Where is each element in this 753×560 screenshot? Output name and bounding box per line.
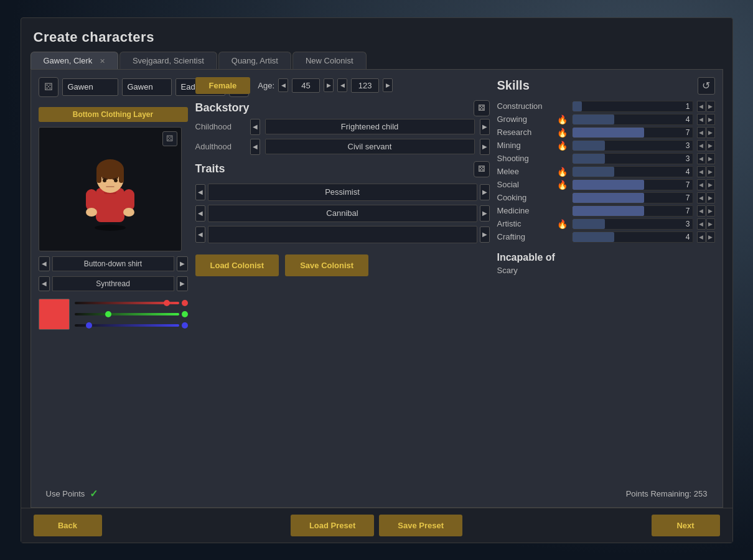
age-second-value: 123 — [351, 78, 379, 93]
trait-2-next[interactable]: ▶ — [480, 226, 490, 243]
clothing-material-next[interactable]: ▶ — [177, 276, 188, 291]
skill-decrease-5[interactable]: ◀ — [697, 166, 706, 177]
skill-increase-3[interactable]: ▶ — [706, 140, 715, 151]
skills-reset-button[interactable]: ↺ — [698, 77, 715, 95]
trait-0-next[interactable]: ▶ — [480, 184, 490, 200]
adulthood-next[interactable]: ▶ — [480, 139, 490, 155]
age-next[interactable]: ▶ — [324, 78, 334, 92]
blue-slider[interactable] — [75, 324, 179, 327]
use-points-checkmark: ✓ — [90, 488, 98, 500]
svg-point-0 — [95, 225, 126, 231]
adulthood-label: Adulthood — [195, 142, 245, 151]
skill-name-10: Crafting — [497, 232, 553, 241]
backstory-section: Backstory ⚄ Childhood ◀ Frightened child… — [195, 100, 490, 155]
adulthood-prev[interactable]: ◀ — [250, 139, 260, 155]
trait-1-next[interactable]: ▶ — [480, 205, 490, 222]
green-slider[interactable] — [75, 313, 179, 315]
clothing-material-display: Synthread — [52, 276, 174, 291]
skill-bar-10: 4 — [572, 231, 693, 243]
tab-gawen[interactable]: Gawen, Clerk ✕ — [30, 52, 118, 69]
skill-increase-1[interactable]: ▶ — [706, 114, 715, 125]
trait-2-prev[interactable]: ◀ — [195, 226, 205, 243]
tab-gawen-close[interactable]: ✕ — [100, 57, 105, 65]
skill-decrease-10[interactable]: ◀ — [697, 231, 706, 243]
trait-2-value — [208, 226, 477, 243]
skill-increase-6[interactable]: ▶ — [706, 179, 715, 190]
skill-bar-8: 7 — [572, 205, 693, 217]
first-name-input[interactable] — [62, 78, 118, 96]
skill-value-label-4: 3 — [686, 154, 690, 163]
skill-arrows-5: ◀▶ — [697, 166, 715, 177]
skill-decrease-0[interactable]: ◀ — [697, 101, 706, 112]
back-button[interactable]: Back — [34, 515, 102, 536]
skill-value-label-8: 7 — [686, 207, 690, 215]
age-prev[interactable]: ◀ — [278, 78, 288, 92]
skill-row-mining: Mining🔥3◀▶ — [497, 140, 715, 151]
skill-row-artistic: Artistic🔥3◀▶ — [497, 218, 715, 230]
skill-decrease-8[interactable]: ◀ — [697, 205, 706, 217]
main-content: ⚄ ⚄ Bottom Clothing Layer ⚄ — [39, 77, 715, 483]
skill-increase-0[interactable]: ▶ — [706, 101, 715, 112]
childhood-prev[interactable]: ◀ — [250, 119, 260, 135]
red-slider[interactable] — [75, 302, 179, 304]
skill-decrease-1[interactable]: ◀ — [697, 114, 706, 125]
skill-increase-4[interactable]: ▶ — [706, 153, 715, 164]
trait-0-prev[interactable]: ◀ — [195, 184, 205, 200]
left-panel: ⚄ ⚄ Bottom Clothing Layer ⚄ — [39, 77, 188, 483]
bottom-center-buttons: Load Preset Save Preset — [291, 515, 462, 536]
skill-decrease-7[interactable]: ◀ — [697, 192, 706, 203]
age2-prev[interactable]: ◀ — [337, 78, 347, 92]
tab-new-colonist[interactable]: New Colonist — [292, 52, 367, 69]
childhood-label: Childhood — [195, 122, 245, 131]
skill-decrease-4[interactable]: ◀ — [697, 153, 706, 164]
clothing-item-next[interactable]: ▶ — [177, 256, 188, 271]
skill-decrease-3[interactable]: ◀ — [697, 140, 706, 151]
skill-arrows-0: ◀▶ — [697, 101, 715, 112]
backstory-randomize[interactable]: ⚄ — [474, 100, 490, 116]
incapable-value: Scary — [497, 266, 715, 275]
skill-row-growing: Growing🔥4◀▶ — [497, 114, 715, 125]
clothing-item-prev[interactable]: ◀ — [39, 256, 50, 271]
skill-decrease-9[interactable]: ◀ — [697, 218, 706, 230]
randomize-appearance-button[interactable]: ⚄ — [39, 77, 58, 97]
skill-increase-5[interactable]: ▶ — [706, 166, 715, 177]
tab-quang[interactable]: Quang, Artist — [218, 52, 291, 69]
skill-increase-10[interactable]: ▶ — [706, 231, 715, 243]
avatar-randomize-button[interactable]: ⚄ — [162, 131, 177, 146]
skill-arrows-9: ◀▶ — [697, 218, 715, 230]
skill-icon-9: 🔥 — [557, 219, 568, 229]
traits-randomize[interactable]: ⚄ — [474, 161, 490, 177]
skill-increase-8[interactable]: ▶ — [706, 205, 715, 217]
skill-increase-7[interactable]: ▶ — [706, 192, 715, 203]
bottom-info-row: Use Points ✓ Points Remaining: 253 — [39, 488, 715, 500]
skill-value-label-2: 7 — [686, 128, 690, 137]
skill-bar-fill-3 — [573, 141, 605, 151]
nick-name-input[interactable] — [122, 78, 172, 96]
skill-name-0: Construction — [497, 101, 553, 111]
svg-point-15 — [86, 208, 97, 217]
skill-bar-fill-0 — [573, 101, 582, 111]
skill-decrease-6[interactable]: ◀ — [697, 179, 706, 190]
skill-bar-1: 4 — [572, 114, 693, 125]
save-preset-button[interactable]: Save Preset — [379, 515, 462, 536]
content-area: ⚄ ⚄ Bottom Clothing Layer ⚄ — [30, 69, 723, 508]
top-name-row: ⚄ ⚄ — [39, 77, 188, 97]
skill-decrease-2[interactable]: ◀ — [697, 127, 706, 138]
skill-increase-9[interactable]: ▶ — [706, 218, 715, 230]
tab-svejgaard[interactable]: Svejgaard, Scientist — [119, 52, 217, 69]
right-panel: Skills ↺ Construction1◀▶Growing🔥4◀▶Resea… — [497, 77, 715, 483]
childhood-next[interactable]: ▶ — [480, 119, 490, 135]
load-preset-button[interactable]: Load Preset — [291, 515, 374, 536]
skill-bar-3: 3 — [572, 140, 693, 151]
save-colonist-button[interactable]: Save Colonist — [285, 254, 368, 276]
age2-next[interactable]: ▶ — [383, 78, 393, 92]
gender-button[interactable]: Female — [195, 77, 251, 94]
clothing-material-prev[interactable]: ◀ — [39, 276, 50, 291]
color-swatch — [39, 299, 70, 330]
skill-icon-1: 🔥 — [557, 114, 568, 124]
load-colonist-button[interactable]: Load Colonist — [195, 254, 279, 276]
next-button[interactable]: Next — [652, 515, 720, 536]
skill-name-4: Shooting — [497, 154, 553, 163]
trait-1-prev[interactable]: ◀ — [195, 205, 205, 222]
skill-increase-2[interactable]: ▶ — [706, 127, 715, 138]
